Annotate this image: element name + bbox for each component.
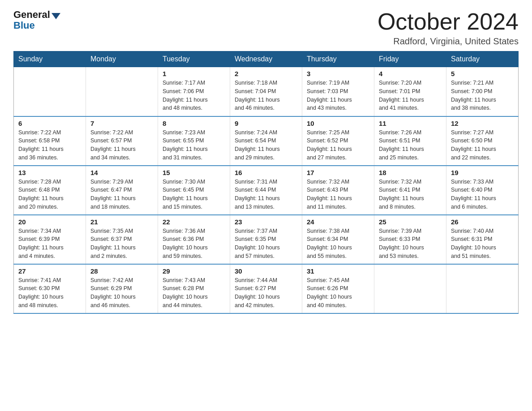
logo-general-text: General <box>13 9 60 21</box>
day-info: Sunrise: 7:34 AM Sunset: 6:39 PM Dayligh… <box>18 227 81 261</box>
day-info: Sunrise: 7:43 AM Sunset: 6:28 PM Dayligh… <box>163 276 225 310</box>
day-cell <box>446 264 519 313</box>
calendar-header: SundayMondayTuesdayWednesdayThursdayFrid… <box>14 51 519 67</box>
day-number: 23 <box>235 218 297 226</box>
day-number: 17 <box>307 169 369 176</box>
day-info: Sunrise: 7:38 AM Sunset: 6:34 PM Dayligh… <box>307 227 369 261</box>
day-cell: 6Sunrise: 7:22 AM Sunset: 6:58 PM Daylig… <box>14 116 86 166</box>
day-cell <box>14 67 86 116</box>
day-info: Sunrise: 7:40 AM Sunset: 6:31 PM Dayligh… <box>451 227 514 261</box>
day-info: Sunrise: 7:35 AM Sunset: 6:37 PM Dayligh… <box>90 227 153 261</box>
day-number: 24 <box>307 218 369 226</box>
day-cell: 14Sunrise: 7:29 AM Sunset: 6:47 PM Dayli… <box>86 166 158 215</box>
day-cell: 26Sunrise: 7:40 AM Sunset: 6:31 PM Dayli… <box>446 215 519 264</box>
day-cell: 25Sunrise: 7:39 AM Sunset: 6:33 PM Dayli… <box>374 215 446 264</box>
day-info: Sunrise: 7:37 AM Sunset: 6:35 PM Dayligh… <box>235 227 297 261</box>
header-cell-thursday: Thursday <box>302 51 374 67</box>
day-cell: 11Sunrise: 7:26 AM Sunset: 6:51 PM Dayli… <box>374 116 446 166</box>
day-cell: 9Sunrise: 7:24 AM Sunset: 6:54 PM Daylig… <box>230 116 302 166</box>
day-number: 11 <box>379 120 442 127</box>
day-cell: 28Sunrise: 7:42 AM Sunset: 6:29 PM Dayli… <box>86 264 158 313</box>
week-row-4: 20Sunrise: 7:34 AM Sunset: 6:39 PM Dayli… <box>14 215 519 264</box>
day-number: 10 <box>307 120 369 127</box>
day-cell: 20Sunrise: 7:34 AM Sunset: 6:39 PM Dayli… <box>14 215 86 264</box>
logo: General Blue <box>13 9 60 31</box>
day-info: Sunrise: 7:28 AM Sunset: 6:48 PM Dayligh… <box>18 178 81 211</box>
day-info: Sunrise: 7:44 AM Sunset: 6:27 PM Dayligh… <box>235 276 297 310</box>
header-cell-tuesday: Tuesday <box>158 51 230 67</box>
day-cell: 27Sunrise: 7:41 AM Sunset: 6:30 PM Dayli… <box>14 264 86 313</box>
page-header: General Blue October 2024 Radford, Virgi… <box>13 9 519 47</box>
day-cell: 21Sunrise: 7:35 AM Sunset: 6:37 PM Dayli… <box>86 215 158 264</box>
day-info: Sunrise: 7:21 AM Sunset: 7:00 PM Dayligh… <box>451 79 514 112</box>
day-cell <box>86 67 158 116</box>
day-number: 25 <box>379 218 442 226</box>
day-cell: 10Sunrise: 7:25 AM Sunset: 6:52 PM Dayli… <box>302 116 374 166</box>
day-info: Sunrise: 7:31 AM Sunset: 6:44 PM Dayligh… <box>235 178 297 211</box>
day-number: 16 <box>235 169 297 176</box>
day-info: Sunrise: 7:45 AM Sunset: 6:26 PM Dayligh… <box>307 276 369 310</box>
day-cell: 31Sunrise: 7:45 AM Sunset: 6:26 PM Dayli… <box>302 264 374 313</box>
day-info: Sunrise: 7:36 AM Sunset: 6:36 PM Dayligh… <box>163 227 225 261</box>
day-number: 18 <box>379 169 442 176</box>
day-number: 7 <box>90 120 153 127</box>
header-cell-friday: Friday <box>374 51 446 67</box>
day-cell: 24Sunrise: 7:38 AM Sunset: 6:34 PM Dayli… <box>302 215 374 264</box>
day-cell: 2Sunrise: 7:18 AM Sunset: 7:04 PM Daylig… <box>230 67 302 116</box>
day-number: 30 <box>235 267 297 275</box>
day-cell <box>374 264 446 313</box>
day-info: Sunrise: 7:25 AM Sunset: 6:52 PM Dayligh… <box>307 128 369 162</box>
day-cell: 13Sunrise: 7:28 AM Sunset: 6:48 PM Dayli… <box>14 166 86 215</box>
day-number: 31 <box>307 267 369 275</box>
day-info: Sunrise: 7:42 AM Sunset: 6:29 PM Dayligh… <box>90 276 153 310</box>
day-info: Sunrise: 7:22 AM Sunset: 6:57 PM Dayligh… <box>90 128 153 162</box>
header-cell-monday: Monday <box>86 51 158 67</box>
day-cell: 17Sunrise: 7:32 AM Sunset: 6:43 PM Dayli… <box>302 166 374 215</box>
day-cell: 8Sunrise: 7:23 AM Sunset: 6:55 PM Daylig… <box>158 116 230 166</box>
day-number: 6 <box>18 120 81 127</box>
day-info: Sunrise: 7:24 AM Sunset: 6:54 PM Dayligh… <box>235 128 297 162</box>
day-number: 22 <box>163 218 225 226</box>
day-number: 19 <box>451 169 514 176</box>
day-info: Sunrise: 7:17 AM Sunset: 7:06 PM Dayligh… <box>163 79 225 112</box>
day-number: 21 <box>90 218 153 226</box>
day-number: 4 <box>379 70 442 77</box>
week-row-1: 1Sunrise: 7:17 AM Sunset: 7:06 PM Daylig… <box>14 67 519 116</box>
day-cell: 12Sunrise: 7:27 AM Sunset: 6:50 PM Dayli… <box>446 116 519 166</box>
title-area: October 2024 Radford, Virginia, United S… <box>378 9 519 47</box>
day-cell: 15Sunrise: 7:30 AM Sunset: 6:45 PM Dayli… <box>158 166 230 215</box>
day-number: 5 <box>451 70 514 77</box>
day-info: Sunrise: 7:32 AM Sunset: 6:41 PM Dayligh… <box>379 178 442 211</box>
header-cell-sunday: Sunday <box>14 51 86 67</box>
logo-arrow-icon <box>51 13 60 19</box>
day-cell: 16Sunrise: 7:31 AM Sunset: 6:44 PM Dayli… <box>230 166 302 215</box>
day-cell: 4Sunrise: 7:20 AM Sunset: 7:01 PM Daylig… <box>374 67 446 116</box>
day-info: Sunrise: 7:32 AM Sunset: 6:43 PM Dayligh… <box>307 178 369 211</box>
day-number: 27 <box>18 267 81 275</box>
day-info: Sunrise: 7:27 AM Sunset: 6:50 PM Dayligh… <box>451 128 514 162</box>
day-info: Sunrise: 7:39 AM Sunset: 6:33 PM Dayligh… <box>379 227 442 261</box>
day-cell: 5Sunrise: 7:21 AM Sunset: 7:00 PM Daylig… <box>446 67 519 116</box>
day-cell: 3Sunrise: 7:19 AM Sunset: 7:03 PM Daylig… <box>302 67 374 116</box>
day-cell: 19Sunrise: 7:33 AM Sunset: 6:40 PM Dayli… <box>446 166 519 215</box>
header-cell-saturday: Saturday <box>446 51 519 67</box>
week-row-2: 6Sunrise: 7:22 AM Sunset: 6:58 PM Daylig… <box>14 116 519 166</box>
day-info: Sunrise: 7:26 AM Sunset: 6:51 PM Dayligh… <box>379 128 442 162</box>
day-number: 12 <box>451 120 514 127</box>
day-info: Sunrise: 7:22 AM Sunset: 6:58 PM Dayligh… <box>18 128 81 162</box>
day-cell: 29Sunrise: 7:43 AM Sunset: 6:28 PM Dayli… <box>158 264 230 313</box>
logo-blue-text: Blue <box>13 20 35 31</box>
calendar-body: 1Sunrise: 7:17 AM Sunset: 7:06 PM Daylig… <box>14 67 519 313</box>
day-cell: 1Sunrise: 7:17 AM Sunset: 7:06 PM Daylig… <box>158 67 230 116</box>
header-row: SundayMondayTuesdayWednesdayThursdayFrid… <box>14 51 519 67</box>
day-info: Sunrise: 7:29 AM Sunset: 6:47 PM Dayligh… <box>90 178 153 211</box>
header-cell-wednesday: Wednesday <box>230 51 302 67</box>
day-info: Sunrise: 7:18 AM Sunset: 7:04 PM Dayligh… <box>235 79 297 112</box>
day-info: Sunrise: 7:19 AM Sunset: 7:03 PM Dayligh… <box>307 79 369 112</box>
calendar-table: SundayMondayTuesdayWednesdayThursdayFrid… <box>13 51 519 314</box>
day-number: 1 <box>163 70 225 77</box>
day-info: Sunrise: 7:20 AM Sunset: 7:01 PM Dayligh… <box>379 79 442 112</box>
day-number: 2 <box>235 70 297 77</box>
month-title: October 2024 <box>378 9 519 34</box>
day-number: 28 <box>90 267 153 275</box>
